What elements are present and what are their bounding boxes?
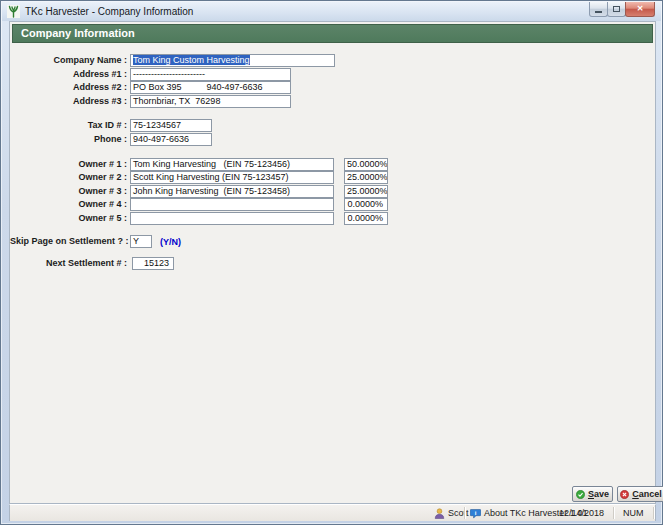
status-separator <box>613 507 614 519</box>
yn-hint: (Y/N) <box>160 236 181 248</box>
save-button-label: Save <box>588 489 609 499</box>
address2-label: Address #2 : <box>10 81 127 94</box>
next-settlement-row: Next Settlement # : 15123 <box>10 257 655 270</box>
info-balloon-icon: i <box>470 508 481 519</box>
owner-3-percent-input[interactable]: 25.0000% <box>344 185 388 198</box>
app-window: TKc Harvester - Company Information ✕ Co… <box>0 0 663 525</box>
save-button[interactable]: Save <box>572 486 613 502</box>
address3-row: Address #3 : Thornbriar, TX 76298 <box>10 95 655 108</box>
save-check-icon <box>576 490 585 499</box>
next-settlement-input[interactable]: 15123 <box>132 257 174 270</box>
maximize-button[interactable] <box>607 2 626 17</box>
owner-2-name-input[interactable]: Scott King Harvesting (EIN 75-123457) <box>130 171 334 184</box>
owner-5-label: Owner # 5 : <box>10 212 127 225</box>
tax-id-input[interactable]: 75-1234567 <box>130 119 212 132</box>
owner-5-percent-input[interactable]: 0.0000% <box>344 212 388 225</box>
company-name-label: Company Name : <box>10 54 127 67</box>
status-separator <box>653 507 654 519</box>
owner-4-percent-input[interactable]: 0.0000% <box>344 198 388 211</box>
tax-id-label: Tax ID # : <box>10 119 127 132</box>
skip-page-input[interactable]: Y <box>130 235 152 248</box>
close-button[interactable]: ✕ <box>625 2 655 17</box>
address3-label: Address #3 : <box>10 95 127 108</box>
owner-4-label: Owner # 4 : <box>10 198 127 211</box>
minimize-icon <box>595 11 602 13</box>
owner-4-row: Owner # 4 : 0.0000% <box>10 198 655 211</box>
owner-1-row: Owner # 1 : Tom King Harvesting (EIN 75-… <box>10 158 655 171</box>
address1-row: Address #1 : ------------------------ <box>10 68 655 81</box>
owner-3-name-input[interactable]: John King Harvesting (EIN 75-123458) <box>130 185 334 198</box>
minimize-button[interactable] <box>589 2 608 17</box>
window-frame-bottom <box>2 519 661 523</box>
cancel-button-label: Cancel <box>632 489 662 499</box>
owner-2-percent-input[interactable]: 25.0000% <box>344 171 388 184</box>
owner-1-name-input[interactable]: Tom King Harvesting (EIN 75-123456) <box>130 158 334 171</box>
phone-label: Phone : <box>10 133 127 146</box>
app-antler-icon <box>7 5 20 18</box>
address1-input[interactable]: ------------------------ <box>130 68 291 81</box>
window-title: TKc Harvester - Company Information <box>25 6 193 17</box>
user-icon <box>434 508 445 519</box>
skip-page-label: Skip Page on Settlement ? : <box>10 235 127 248</box>
address2-input[interactable]: PO Box 395 940-497-6636 <box>130 81 291 94</box>
selected-text: Tom King Custom Harvesting <box>133 55 250 65</box>
maximize-icon <box>613 6 620 12</box>
owner-1-percent-input[interactable]: 50.0000% <box>344 158 388 171</box>
owner-3-row: Owner # 3 : John King Harvesting (EIN 75… <box>10 185 655 198</box>
company-name-input[interactable]: Tom King Custom Harvesting <box>130 54 335 67</box>
owner-2-label: Owner # 2 : <box>10 171 127 184</box>
address1-label: Address #1 : <box>10 68 127 81</box>
phone-input[interactable]: 940-497-6636 <box>130 133 212 146</box>
owner-5-row: Owner # 5 : 0.0000% <box>10 212 655 225</box>
skip-page-row: Skip Page on Settlement ? : Y (Y/N) <box>10 235 655 248</box>
cancel-button[interactable]: Cancel <box>617 486 663 502</box>
address3-input[interactable]: Thornbriar, TX 76298 <box>130 95 291 108</box>
address2-row: Address #2 : PO Box 395 940-497-6636 <box>10 81 655 94</box>
titlebar: TKc Harvester - Company Information ✕ <box>2 2 661 21</box>
owner-1-label: Owner # 1 : <box>10 158 127 171</box>
company-name-row: Company Name : Tom King Custom Harvestin… <box>10 54 655 67</box>
phone-row: Phone : 940-497-6636 <box>10 133 655 146</box>
next-settlement-label: Next Settlement # : <box>10 257 127 270</box>
close-icon: ✕ <box>637 5 644 13</box>
tax-id-row: Tax ID # : 75-1234567 <box>10 119 655 132</box>
owner-5-name-input[interactable] <box>130 212 334 225</box>
panel-header: Company Information <box>12 24 653 43</box>
owner-3-label: Owner # 3 : <box>10 185 127 198</box>
status-separator <box>464 507 465 519</box>
owner-2-row: Owner # 2 : Scott King Harvesting (EIN 7… <box>10 171 655 184</box>
cancel-x-icon <box>620 490 629 499</box>
company-information-form: Company Information Company Name : Tom K… <box>9 21 656 504</box>
owner-4-name-input[interactable] <box>130 198 334 211</box>
